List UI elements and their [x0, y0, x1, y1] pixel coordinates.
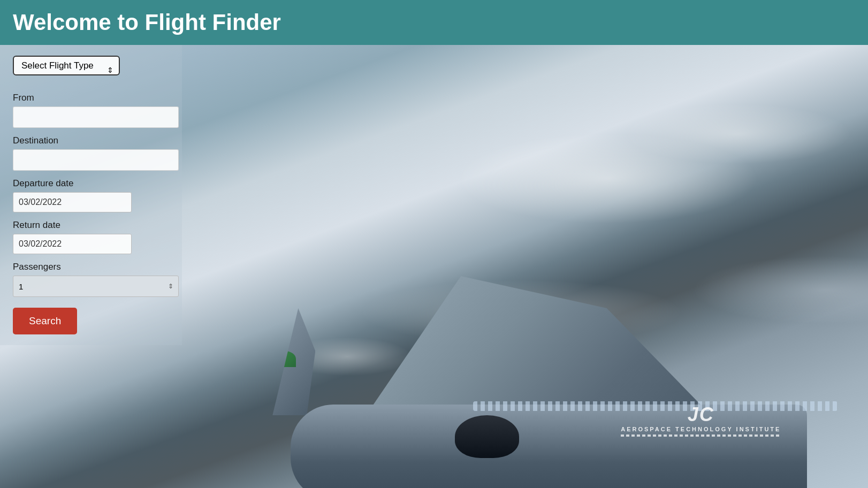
app-header: Welcome to Flight Finder: [0, 0, 868, 45]
flight-type-wrapper[interactable]: Select Flight Type One Way Round Trip Mu…: [13, 56, 120, 84]
main-content: JC AEROSPACE TECHNOLOGY INSTITUTE Select…: [0, 45, 868, 488]
passengers-select[interactable]: 1 2 3 4 5 6 7 8 9 10: [13, 276, 179, 297]
from-label: From: [13, 93, 169, 103]
passengers-select-wrapper[interactable]: 1 2 3 4 5 6 7 8 9 10: [13, 276, 179, 297]
passengers-label: Passengers: [13, 262, 169, 272]
destination-input[interactable]: [13, 149, 179, 171]
destination-label: Destination: [13, 135, 169, 146]
destination-group: Destination: [13, 135, 169, 171]
from-input[interactable]: [13, 106, 179, 128]
flight-type-select[interactable]: Select Flight Type One Way Round Trip Mu…: [13, 56, 120, 75]
return-date-label: Return date: [13, 220, 169, 231]
search-form-panel: Select Flight Type One Way Round Trip Mu…: [0, 45, 182, 345]
ati-letters: JC: [621, 403, 781, 426]
ati-name: AEROSPACE TECHNOLOGY INSTITUTE: [621, 426, 781, 432]
engine: [455, 415, 519, 458]
from-group: From: [13, 93, 169, 128]
tail-fin: [272, 308, 315, 415]
airplane-illustration: [261, 156, 868, 488]
search-button[interactable]: Search: [13, 308, 77, 334]
ati-logo: JC AEROSPACE TECHNOLOGY INSTITUTE: [621, 403, 781, 437]
return-date-group: Return date: [13, 220, 169, 254]
departure-date-input[interactable]: [13, 192, 132, 212]
return-date-input[interactable]: [13, 234, 132, 254]
ati-decoration: [621, 434, 781, 437]
page-title: Welcome to Flight Finder: [13, 10, 855, 35]
departure-date-label: Departure date: [13, 178, 169, 189]
departure-date-group: Departure date: [13, 178, 169, 212]
passengers-group: Passengers 1 2 3 4 5 6 7 8 9 10: [13, 262, 169, 297]
tail-detail: [275, 351, 296, 367]
